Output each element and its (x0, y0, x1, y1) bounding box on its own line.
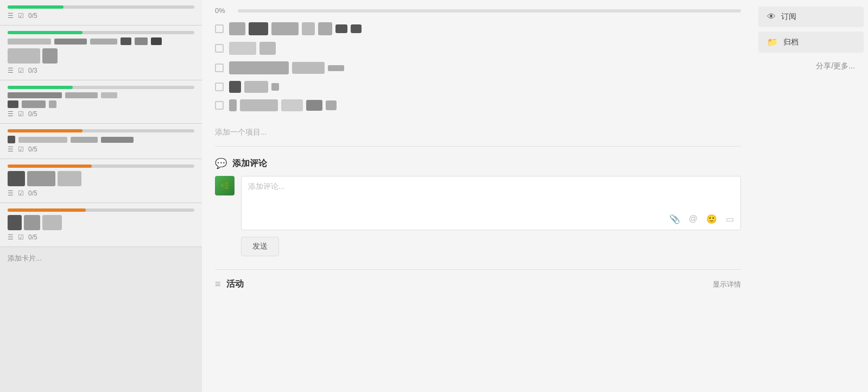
card-meta-6: ☰ ☑ 0/5 (8, 233, 194, 241)
comment-placeholder[interactable]: 添加评论... (248, 182, 734, 192)
check-icon-5: ☑ (18, 189, 24, 197)
checklist-content-3 (229, 61, 741, 74)
card-thumbs-6 (8, 215, 194, 230)
check-icon-2: ☑ (18, 67, 24, 74)
meta-count-5: 0/5 (28, 189, 37, 197)
card-meta-1: ☰ ☑ 0/5 (8, 12, 194, 20)
sidebar-card-4[interactable]: ☰ ☑ 0/5 (0, 124, 202, 159)
comment-section-header: 💬 添加评论 (215, 157, 741, 169)
checklist-row-2 (215, 39, 741, 58)
sidebar-card-5[interactable]: ☰ ☑ 0/5 (0, 159, 202, 203)
archive-icon: 📁 (767, 37, 778, 47)
sidebar-card-1[interactable]: ☰ ☑ 0/5 (0, 0, 202, 26)
card-thumbs-2 (8, 48, 194, 64)
activity-title: 活动 (226, 279, 244, 290)
meta-count-1: 0/5 (28, 12, 37, 20)
archive-label: 归档 (783, 37, 799, 47)
checklist-checkbox-4[interactable] (215, 83, 224, 91)
image-icon[interactable]: ▭ (726, 214, 734, 224)
checklist-content-2 (229, 42, 741, 55)
progress-bar-6 (8, 208, 194, 212)
avatar: 🌿 (215, 176, 235, 195)
checklist-icon-2: ☰ (8, 67, 14, 74)
progress-percent: 0% (215, 7, 231, 15)
checklist-content-4 (229, 81, 741, 93)
activity-section: ≡ 活动 显示详情 (215, 274, 741, 290)
meta-count-3: 0/5 (28, 110, 37, 118)
meta-count-2: 0/3 (28, 67, 37, 74)
card-title-3 (8, 92, 194, 108)
blurred-content-1 (229, 22, 362, 35)
sidebar-card-2[interactable]: ☰ ☑ 0/3 (0, 26, 202, 80)
right-panel: 👁 订阅 📁 归档 分享/更多... (754, 0, 868, 392)
checklist-checkbox-3[interactable] (215, 64, 224, 72)
subscribe-icon: 👁 (767, 12, 776, 22)
comment-input-box[interactable]: 添加评论... 📎 @ 🙂 ▭ (241, 176, 741, 230)
checklist-row-3 (215, 58, 741, 78)
checklist-icon-1: ☰ (8, 12, 14, 20)
progress-track (238, 9, 741, 12)
avatar-inner: 🌿 (215, 176, 235, 195)
check-icon-3: ☑ (18, 110, 24, 118)
checklist-content-5 (229, 99, 741, 111)
show-details-button[interactable]: 显示详情 (713, 280, 741, 289)
avatar-icon: 🌿 (220, 181, 230, 190)
comment-section-icon: 💬 (215, 157, 227, 169)
card-meta-4: ☰ ☑ 0/5 (8, 146, 194, 153)
add-card-button[interactable]: 添加卡片... (0, 247, 202, 270)
attachment-icon[interactable]: 📎 (669, 214, 680, 224)
progress-bar-3 (8, 86, 194, 89)
progress-section: 0% (215, 0, 741, 19)
check-icon-1: ☑ (18, 12, 24, 20)
blurred-content-2 (229, 42, 276, 55)
meta-count-4: 0/5 (28, 146, 37, 153)
checklist-checkbox-5[interactable] (215, 101, 224, 110)
archive-button[interactable]: 📁 归档 (758, 31, 864, 53)
checklist-icon-4: ☰ (8, 146, 14, 153)
sidebar: ☰ ☑ 0/5 ☰ ☑ 0/3 (0, 0, 202, 392)
meta-count-6: 0/5 (28, 233, 37, 241)
main-panel: 0% (202, 0, 754, 392)
check-icon-6: ☑ (18, 233, 24, 241)
checklist-checkbox-2[interactable] (215, 44, 224, 53)
progress-bar-2 (8, 31, 194, 34)
activity-left: ≡ 活动 (215, 279, 244, 290)
emoji-icon[interactable]: 🙂 (706, 214, 717, 224)
check-icon-4: ☑ (18, 146, 24, 153)
comment-section-title: 添加评论 (232, 158, 267, 169)
checklist-checkbox-1[interactable] (215, 24, 224, 33)
add-item-button[interactable]: 添加一个项目... (215, 123, 741, 142)
checklist-row-5 (215, 96, 741, 115)
mention-icon[interactable]: @ (689, 214, 698, 224)
sidebar-card-3[interactable]: ☰ ☑ 0/5 (0, 80, 202, 124)
checklist-items (215, 19, 741, 115)
card-title-4 (8, 136, 194, 143)
card-meta-3: ☰ ☑ 0/5 (8, 110, 194, 118)
card-thumbs-5 (8, 171, 194, 186)
divider-1 (215, 146, 741, 147)
progress-bar-1 (8, 5, 194, 9)
comment-area: 🌿 添加评论... 📎 @ 🙂 ▭ (215, 176, 741, 230)
card-meta-2: ☰ ☑ 0/3 (8, 67, 194, 74)
checklist-icon-3: ☰ (8, 110, 14, 118)
card-title-2 (8, 37, 194, 45)
comment-toolbar: 📎 @ 🙂 ▭ (248, 210, 734, 224)
checklist-icon-6: ☰ (8, 233, 14, 241)
blurred-content-5 (229, 99, 337, 111)
checklist-row-4 (215, 78, 741, 96)
checklist-icon-5: ☰ (8, 189, 14, 197)
progress-bar-4 (8, 129, 194, 132)
activity-icon: ≡ (215, 279, 221, 290)
subscribe-label: 订阅 (781, 12, 796, 22)
checklist-content-1 (229, 22, 741, 35)
send-button[interactable]: 发送 (241, 237, 279, 256)
checklist-row-1 (215, 19, 741, 39)
subscribe-button[interactable]: 👁 订阅 (758, 7, 864, 27)
progress-bar-5 (8, 165, 194, 168)
blurred-content-3 (229, 61, 344, 74)
blurred-content-4 (229, 81, 279, 93)
share-more-button[interactable]: 分享/更多... (754, 57, 864, 75)
card-meta-5: ☰ ☑ 0/5 (8, 189, 194, 197)
sidebar-card-6[interactable]: ☰ ☑ 0/5 (0, 203, 202, 247)
divider-2 (215, 269, 741, 270)
